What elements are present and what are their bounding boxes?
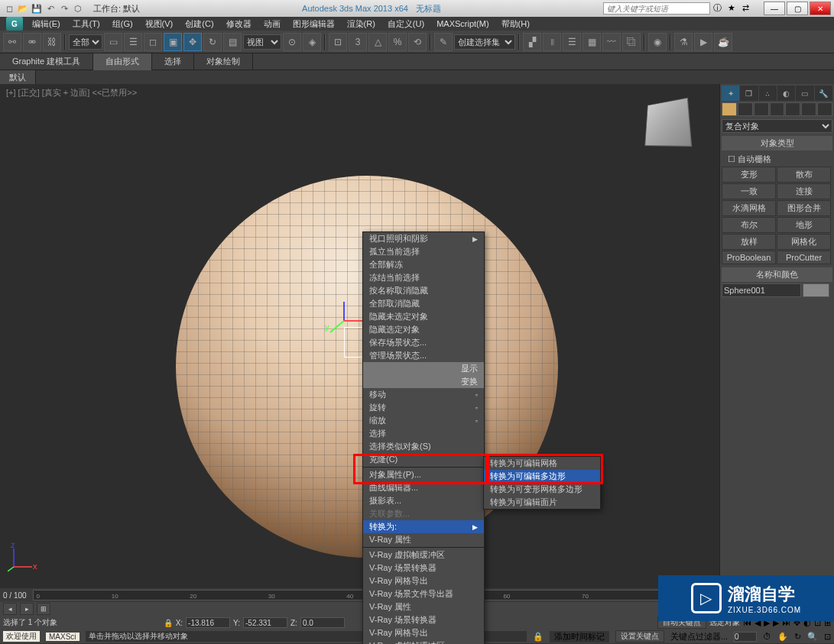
undo-icon[interactable]: ↶: [44, 2, 57, 15]
menu-convert-to[interactable]: 转换为:▶: [363, 520, 484, 533]
spinsnap-button[interactable]: ⟲: [408, 33, 427, 51]
menu-freeze-sel[interactable]: 冻结当前选择: [363, 271, 484, 284]
menu-select[interactable]: 选择: [363, 427, 484, 440]
rotate-button[interactable]: ↻: [203, 33, 222, 51]
open-icon[interactable]: 📂: [17, 2, 29, 15]
trackbar-btn-3[interactable]: ⊞: [37, 603, 50, 615]
menu-vray-7[interactable]: V-Ray 网格导出: [363, 626, 484, 639]
trackbar-btn-1[interactable]: ◂: [3, 603, 17, 615]
mesher-button[interactable]: 网格化: [777, 234, 831, 250]
align-button[interactable]: ⫴: [543, 33, 561, 51]
lock-icon[interactable]: 🔒: [164, 619, 173, 627]
link-icon[interactable]: ⬡: [72, 2, 84, 15]
coord-x-input[interactable]: [186, 617, 230, 628]
utilities-tab-icon[interactable]: 🔧: [815, 86, 832, 101]
object-type-header[interactable]: 对象类型: [722, 136, 832, 150]
conform-button[interactable]: 一致: [722, 183, 776, 199]
close-button[interactable]: ✕: [810, 2, 831, 15]
render-frame-button[interactable]: ▶: [694, 33, 712, 51]
menu-vray-2[interactable]: V-Ray 场景转换器: [363, 561, 484, 574]
submenu-edit-patch[interactable]: 转换为可编辑面片: [484, 496, 600, 509]
menu-create[interactable]: 创建(C): [179, 18, 219, 30]
menu-vray-0[interactable]: V-Ray 属性: [363, 533, 484, 546]
scatter-button[interactable]: 散布: [777, 167, 831, 183]
viewport-label[interactable]: [+] [正交] [真实 + 边面] <<已禁用>>: [6, 87, 137, 99]
helpers-icon[interactable]: [785, 102, 800, 116]
lights-icon[interactable]: [754, 102, 769, 116]
systems-icon[interactable]: [817, 102, 832, 116]
viewcube[interactable]: [644, 98, 692, 147]
menu-vray-4[interactable]: V-Ray 场景文件导出器: [363, 587, 484, 600]
snap3d-button[interactable]: 3: [349, 33, 367, 51]
hierarchy-tab-icon[interactable]: ⛬: [759, 86, 777, 101]
proboolean-button[interactable]: ProBoolean: [722, 251, 776, 264]
menu-viewport-lighting[interactable]: 视口照明和阴影▶: [363, 232, 484, 245]
maximize-button[interactable]: ▢: [787, 2, 808, 15]
menu-vray-1[interactable]: V-Ray 虚拟帧缓冲区: [363, 549, 484, 561]
setkey-button[interactable]: 设置关键点: [615, 630, 664, 642]
coord-z-input[interactable]: [300, 617, 345, 628]
frame-input[interactable]: [734, 632, 757, 642]
modify-tab-icon[interactable]: ❒: [740, 86, 758, 101]
anglesnap-button[interactable]: △: [368, 33, 387, 51]
nav-orbit[interactable]: ↻: [794, 632, 801, 642]
tab-selection[interactable]: 选择: [152, 53, 194, 70]
blobmesh-button[interactable]: 水滴网格: [722, 200, 776, 216]
link-button[interactable]: ⚯: [3, 33, 21, 51]
scale-button[interactable]: ▤: [223, 33, 242, 51]
menu-help[interactable]: 帮助(H): [495, 18, 536, 30]
geometry-type-dropdown[interactable]: 复合对象: [722, 119, 832, 133]
menu-hide-sel[interactable]: 隐藏选定对象: [363, 323, 484, 336]
scene-tab-default[interactable]: 默认: [0, 70, 36, 84]
menu-view[interactable]: 视图(V): [139, 18, 180, 30]
morph-button[interactable]: 变形: [722, 167, 776, 183]
menu-unfreeze-all[interactable]: 全部解冻: [363, 258, 484, 271]
menu-dope-sheet[interactable]: 摄影表...: [363, 494, 484, 507]
shapemerge-button[interactable]: 图形合并: [777, 200, 831, 216]
menu-scale[interactable]: 缩放▫: [363, 414, 484, 427]
terrain-button[interactable]: 地形: [777, 217, 831, 233]
ref-coord[interactable]: 视图: [243, 34, 281, 50]
tab-graphite[interactable]: Graphite 建模工具: [0, 53, 93, 70]
menu-save-state[interactable]: 保存场景状态...: [363, 336, 484, 349]
pivot-button[interactable]: ⊙: [283, 33, 301, 51]
autogrid-checkbox[interactable]: ☐ 自动栅格: [722, 152, 832, 167]
curve-editor-button[interactable]: 〰: [602, 33, 621, 51]
menu-render[interactable]: 渲染(R): [341, 18, 381, 30]
menu-tools[interactable]: 工具(T): [67, 18, 106, 30]
app-menu-icon[interactable]: G: [6, 17, 23, 31]
region-rect-button[interactable]: ◻: [144, 33, 162, 51]
named-selection[interactable]: 创建选择集: [454, 34, 515, 50]
bind-button[interactable]: ⛓: [43, 33, 61, 51]
selection-filter[interactable]: 全部: [69, 34, 102, 50]
menu-vray-8[interactable]: V-Ray 虚拟帧缓冲区: [363, 639, 484, 644]
mirror-button[interactable]: ▞: [523, 33, 541, 51]
help-search-input[interactable]: [603, 2, 710, 15]
timetag-button[interactable]: 添加时间标记: [550, 631, 609, 642]
workspace-label[interactable]: 工作台: 默认: [93, 3, 140, 15]
menu-rotate[interactable]: 旋转▫: [363, 401, 484, 414]
manip-button[interactable]: ◈: [303, 33, 321, 51]
menu-vray-5[interactable]: V-Ray 属性: [363, 600, 484, 613]
mat-editor-button[interactable]: ◉: [648, 33, 667, 51]
nav-pan[interactable]: ✋: [777, 632, 788, 642]
schematic-button[interactable]: ⿻: [622, 33, 641, 51]
menu-group[interactable]: 组(G): [106, 18, 139, 30]
menu-manage-state[interactable]: 管理场景状态...: [363, 349, 484, 362]
tab-freeform[interactable]: 自由形式: [93, 53, 152, 70]
menu-select-similar[interactable]: 选择类似对象(S): [363, 440, 484, 453]
time-config-button[interactable]: ⏱: [763, 632, 771, 641]
lock-status-icon[interactable]: 🔒: [533, 632, 544, 642]
coord-y-input[interactable]: [243, 617, 287, 628]
cameras-icon[interactable]: [770, 102, 785, 116]
keyfilter-label[interactable]: 关键点过滤器...: [670, 631, 728, 642]
menu-move[interactable]: 移动▫: [363, 388, 484, 401]
menu-grapheditor[interactable]: 图形编辑器: [287, 18, 341, 30]
boolean-button[interactable]: 布尔: [722, 217, 776, 233]
menu-vray-3[interactable]: V-Ray 网格导出: [363, 574, 484, 587]
menu-animation[interactable]: 动画: [258, 18, 287, 30]
ribbon-button[interactable]: ▦: [583, 33, 601, 51]
menu-isolate[interactable]: 孤立当前选择: [363, 245, 484, 258]
selset-edit-button[interactable]: ✎: [434, 33, 453, 51]
procutter-button[interactable]: ProCutter: [777, 251, 831, 264]
